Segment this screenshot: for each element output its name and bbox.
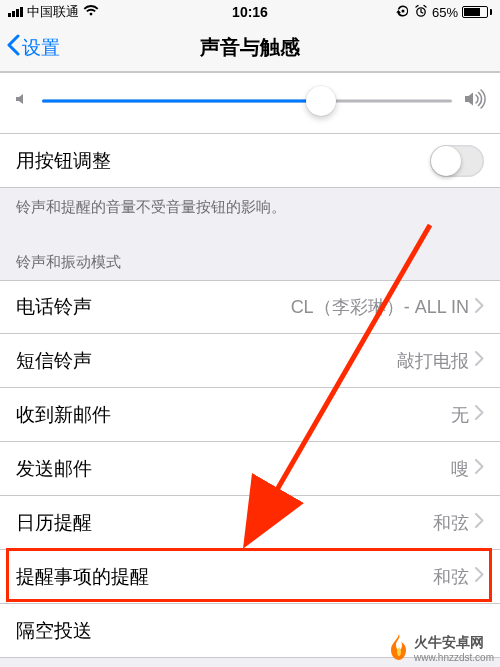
battery-pct: 65% [432, 5, 458, 20]
calendar-row[interactable]: 日历提醒 和弦 [0, 496, 500, 550]
use-buttons-row: 用按钮调整 [0, 134, 500, 188]
calendar-label: 日历提醒 [16, 510, 92, 536]
rotation-lock-icon [396, 4, 410, 21]
watermark-url: www.hnzzdst.com [414, 652, 494, 663]
volume-footer-note: 铃声和提醒的音量不受音量按钮的影响。 [0, 188, 500, 235]
chevron-left-icon [6, 34, 20, 61]
carrier-label: 中国联通 [27, 3, 79, 21]
use-buttons-label: 用按钮调整 [16, 148, 111, 174]
signal-icon [8, 7, 23, 17]
page-title: 声音与触感 [0, 34, 500, 61]
alarm-icon [414, 4, 428, 21]
text-tone-value: 敲打电报 [397, 349, 469, 373]
chevron-right-icon [475, 297, 484, 318]
airdrop-label: 隔空投送 [16, 618, 92, 644]
new-mail-row[interactable]: 收到新邮件 无 [0, 388, 500, 442]
new-mail-label: 收到新邮件 [16, 402, 111, 428]
reminders-row[interactable]: 提醒事项的提醒 和弦 [0, 550, 500, 604]
chevron-right-icon [475, 458, 484, 479]
wifi-icon [83, 5, 99, 20]
status-bar: 中国联通 10:16 65% [0, 0, 500, 24]
volume-slider-row [0, 72, 500, 134]
volume-low-icon [14, 91, 30, 111]
status-right: 65% [396, 4, 492, 21]
slider-thumb[interactable] [306, 86, 336, 116]
sent-mail-row[interactable]: 发送邮件 嗖 [0, 442, 500, 496]
ringtone-label: 电话铃声 [16, 294, 92, 320]
toggle-knob [431, 146, 461, 176]
use-buttons-toggle[interactable] [430, 145, 484, 177]
new-mail-value: 无 [451, 403, 469, 427]
flame-icon [388, 634, 410, 663]
ringtone-section-header: 铃声和振动模式 [0, 235, 500, 280]
calendar-value: 和弦 [433, 511, 469, 535]
ringtone-row[interactable]: 电话铃声 CL（李彩琳）- ALL IN [0, 280, 500, 334]
text-tone-row[interactable]: 短信铃声 敲打电报 [0, 334, 500, 388]
reminders-label: 提醒事项的提醒 [16, 564, 149, 590]
chevron-right-icon [475, 404, 484, 425]
chevron-right-icon [475, 350, 484, 371]
chevron-right-icon [475, 566, 484, 587]
back-button[interactable]: 设置 [0, 34, 60, 61]
sent-mail-value: 嗖 [451, 457, 469, 481]
battery-icon [462, 6, 492, 18]
volume-high-icon [464, 89, 486, 113]
sent-mail-label: 发送邮件 [16, 456, 92, 482]
chevron-right-icon [475, 512, 484, 533]
ringtone-value: CL（李彩琳）- ALL IN [291, 295, 469, 319]
back-label: 设置 [22, 35, 60, 61]
text-tone-label: 短信铃声 [16, 348, 92, 374]
watermark: 火牛安卓网 www.hnzzdst.com [388, 634, 494, 663]
volume-slider[interactable] [42, 90, 452, 112]
watermark-brand: 火牛安卓网 [414, 634, 494, 652]
reminders-value: 和弦 [433, 565, 469, 589]
svg-point-0 [401, 9, 404, 12]
status-left: 中国联通 [8, 3, 99, 21]
content: 用按钮调整 铃声和提醒的音量不受音量按钮的影响。 铃声和振动模式 电话铃声 CL… [0, 72, 500, 658]
nav-bar: 设置 声音与触感 [0, 24, 500, 72]
